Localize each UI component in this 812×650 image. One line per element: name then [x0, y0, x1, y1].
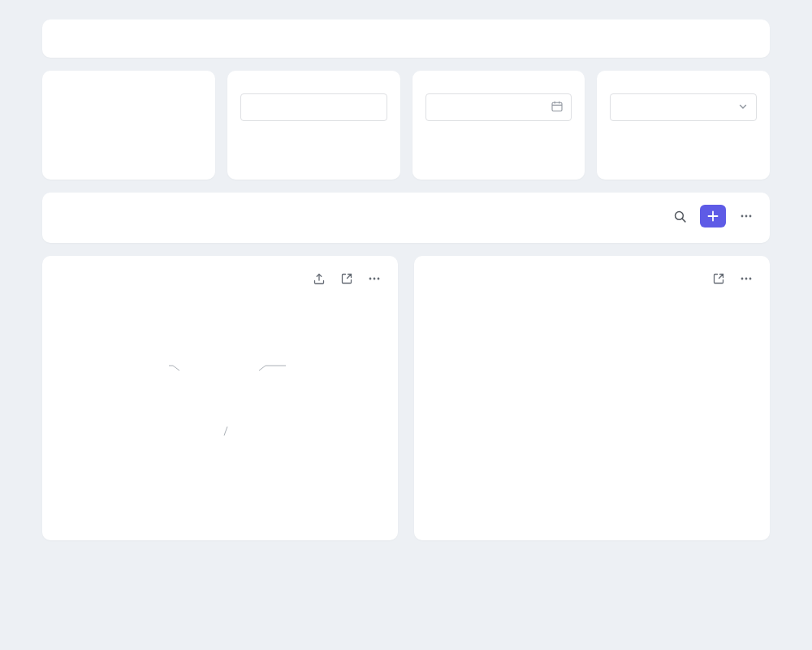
filter-card-time — [412, 71, 585, 180]
filter-row — [42, 71, 770, 180]
line-chart-header — [427, 268, 757, 289]
dashboard — [0, 0, 812, 540]
table-toolbar — [55, 205, 757, 228]
calendar-icon — [551, 101, 563, 115]
pie-chart-card — [42, 256, 398, 540]
date-range-input[interactable] — [425, 93, 572, 121]
charts-row — [42, 256, 770, 540]
search-icon[interactable] — [669, 206, 690, 227]
doc-no-search-input[interactable] — [240, 93, 387, 121]
add-record-button[interactable] — [700, 205, 726, 228]
more-icon[interactable] — [364, 268, 385, 289]
filter-card-doc-no — [227, 71, 400, 180]
more-icon[interactable] — [736, 206, 757, 227]
line-chart[interactable] — [427, 314, 757, 452]
pie-chart-header — [55, 268, 385, 289]
user-select[interactable] — [610, 93, 757, 121]
more-icon[interactable] — [736, 268, 757, 289]
pie-area — [55, 310, 385, 483]
shortcuts-card — [42, 20, 770, 58]
export-icon[interactable] — [309, 268, 330, 289]
stat-card-accidents — [42, 71, 215, 180]
table-card — [42, 193, 770, 243]
chevron-down-icon — [738, 102, 748, 114]
pie-chart[interactable] — [177, 343, 261, 427]
expand-icon[interactable] — [708, 268, 729, 289]
expand-icon[interactable] — [336, 268, 357, 289]
filter-card-operator — [597, 71, 770, 180]
line-chart-card — [414, 256, 770, 540]
